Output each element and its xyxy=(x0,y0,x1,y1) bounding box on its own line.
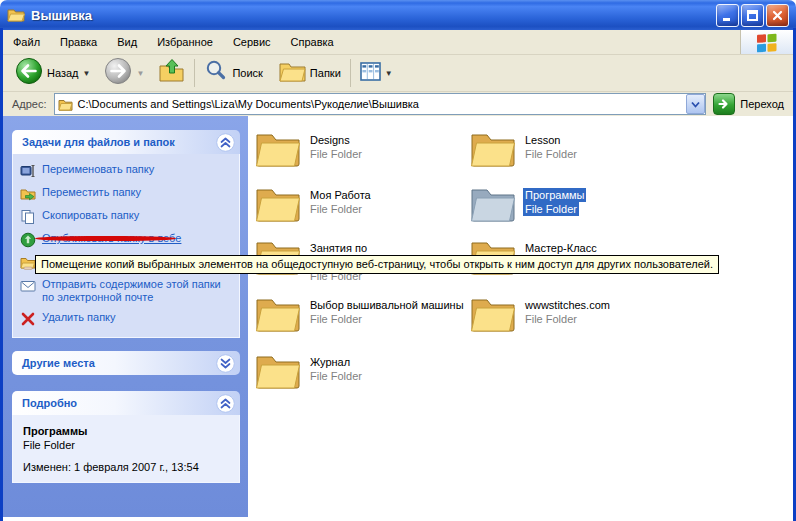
other-places-title: Другие места xyxy=(22,357,95,369)
folder-type: File Folder xyxy=(523,312,579,326)
search-icon xyxy=(204,59,228,87)
go-button[interactable] xyxy=(713,93,735,115)
back-label: Назад xyxy=(47,67,79,79)
back-icon xyxy=(15,57,43,89)
task-label: Удалить папку xyxy=(42,311,116,324)
folder-item[interactable]: Выбор вышивальной машиныFile Folder xyxy=(255,295,467,332)
close-button[interactable] xyxy=(766,4,789,27)
minimize-button[interactable] xyxy=(716,4,739,27)
details-panel: Подробно Программы File Folder Изменен: … xyxy=(12,391,240,483)
folder-type: File Folder xyxy=(523,147,579,161)
folder-item[interactable]: Моя РаботаFile Folder xyxy=(255,185,467,222)
folder-icon xyxy=(255,352,301,389)
folder-item[interactable]: ЖурналFile Folder xyxy=(255,352,467,389)
folder-icon xyxy=(255,185,301,222)
forward-button[interactable]: ▼ xyxy=(100,55,148,91)
task-link[interactable]: Переместить папку xyxy=(20,186,235,202)
menu-item[interactable]: Справка xyxy=(281,36,344,48)
rename-icon xyxy=(20,163,36,179)
other-places-header[interactable]: Другие места xyxy=(12,351,240,375)
tasks-panel-header[interactable]: Задачи для файлов и папок xyxy=(12,130,240,154)
menu-bar: ФайлПравкаВидИзбранноеСервисСправка xyxy=(3,30,793,55)
address-input[interactable]: C:\Documents and Settings\Liza\My Docume… xyxy=(54,93,707,115)
folder-type: File Folder xyxy=(308,369,364,383)
details-item-type: File Folder xyxy=(23,438,229,452)
task-link[interactable]: Скопировать папку xyxy=(20,209,235,225)
task-label: Отправить содержимое этой папки по элект… xyxy=(42,278,224,304)
other-places-panel: Другие места xyxy=(12,351,240,375)
share-folder-icon xyxy=(20,255,36,271)
folder-type: File Folder xyxy=(308,147,364,161)
folder-type: File Folder xyxy=(308,202,364,216)
go-label: Переход xyxy=(740,98,784,110)
window-title: Вышивка xyxy=(31,8,92,23)
folder-name: Lesson xyxy=(523,133,562,147)
tooltip: Помещение копий выбранных элементов на о… xyxy=(35,255,719,274)
task-label: Переместить папку xyxy=(42,186,141,199)
menu-item[interactable]: Сервис xyxy=(223,36,281,48)
folder-name: Моя Работа xyxy=(308,188,373,202)
tasks-panel-title: Задачи для файлов и папок xyxy=(22,136,175,148)
folder-name: Designs xyxy=(308,133,352,147)
folder-type: File Folder xyxy=(308,312,364,326)
email-icon xyxy=(20,278,36,294)
views-dropdown-icon[interactable]: ▼ xyxy=(385,69,393,78)
back-button[interactable]: Назад ▼ xyxy=(11,55,94,91)
chevron-down-icon[interactable] xyxy=(216,354,235,373)
task-link[interactable]: Удалить папку xyxy=(20,311,235,327)
chevron-up-icon[interactable] xyxy=(216,133,235,152)
folder-item[interactable]: wwwstitches.comFile Folder xyxy=(470,295,682,332)
windows-logo xyxy=(740,30,793,54)
folder-name: Мастер-Класс xyxy=(523,241,599,255)
task-link[interactable]: Отправить содержимое этой папки по элект… xyxy=(20,278,235,304)
forward-dropdown-icon[interactable]: ▼ xyxy=(136,69,144,78)
task-link[interactable]: Переименовать папку xyxy=(20,163,235,179)
folder-icon xyxy=(470,295,516,332)
search-button[interactable]: Поиск xyxy=(200,57,266,89)
window-folder-icon[interactable] xyxy=(7,7,25,23)
details-title: Подробно xyxy=(22,397,77,409)
menu-item[interactable]: Правка xyxy=(50,36,107,48)
move-folder-icon xyxy=(20,186,36,202)
forward-icon xyxy=(104,57,132,89)
menu-item[interactable]: Избранное xyxy=(147,36,223,48)
toolbar-separator xyxy=(194,59,195,87)
publish-web-icon xyxy=(20,232,36,248)
menu-item[interactable]: Вид xyxy=(107,36,147,48)
address-dropdown-button[interactable] xyxy=(686,94,705,114)
annotation-underline xyxy=(35,236,176,241)
window-border xyxy=(0,28,3,521)
folder-type: File Folder xyxy=(523,202,579,216)
title-bar: Вышивка xyxy=(0,0,796,30)
up-folder-icon xyxy=(158,58,185,88)
views-button[interactable]: ▼ xyxy=(356,60,397,87)
explorer-window: Вышивка ФайлПравкаВидИзбранноеСервисСпра… xyxy=(0,0,796,521)
folders-label: Папки xyxy=(310,67,341,79)
task-pane: Задачи для файлов и папок Переименовать … xyxy=(3,116,248,517)
folder-name: Журнал xyxy=(308,355,352,369)
task-label: Скопировать папку xyxy=(42,209,139,222)
folder-icon xyxy=(255,295,301,332)
details-header[interactable]: Подробно xyxy=(12,391,240,415)
folder-item[interactable]: DesignsFile Folder xyxy=(255,130,467,167)
copy-folder-icon xyxy=(20,209,36,225)
back-dropdown-icon[interactable]: ▼ xyxy=(83,69,91,78)
up-button[interactable] xyxy=(154,56,189,90)
folder-item[interactable]: LessonFile Folder xyxy=(470,130,682,167)
folder-icon xyxy=(470,185,516,222)
menu-item[interactable]: Файл xyxy=(3,36,50,48)
details-body: Программы File Folder Изменен: 1 февраля… xyxy=(12,415,240,483)
delete-icon xyxy=(20,311,36,327)
folders-button[interactable]: Папки xyxy=(275,58,345,88)
details-item-modified: Изменен: 1 февраля 2007 г., 13:54 xyxy=(23,461,229,473)
toolbar: Назад ▼ ▼ Поиск Папки xyxy=(3,55,793,92)
folder-item[interactable]: ПрограммыFile Folder xyxy=(470,185,682,222)
folder-list: DesignsFile FolderLessonFile FolderМоя Р… xyxy=(248,116,793,521)
chevron-up-icon[interactable] xyxy=(216,394,235,413)
folder-icon xyxy=(255,130,301,167)
task-label: Переименовать папку xyxy=(42,163,154,176)
address-bar: Адрес: C:\Documents and Settings\Liza\My… xyxy=(3,92,793,117)
search-label: Поиск xyxy=(232,67,262,79)
toolbar-separator xyxy=(350,59,351,87)
maximize-button[interactable] xyxy=(741,4,764,27)
